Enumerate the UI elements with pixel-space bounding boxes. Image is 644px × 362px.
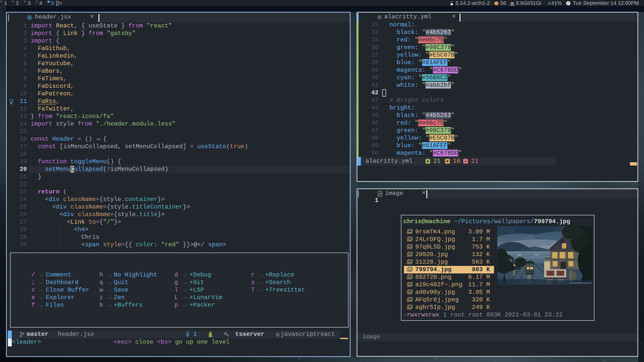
svg-text:www.DesktopBackground.org: www.DesktopBackground.org [569, 282, 592, 284]
